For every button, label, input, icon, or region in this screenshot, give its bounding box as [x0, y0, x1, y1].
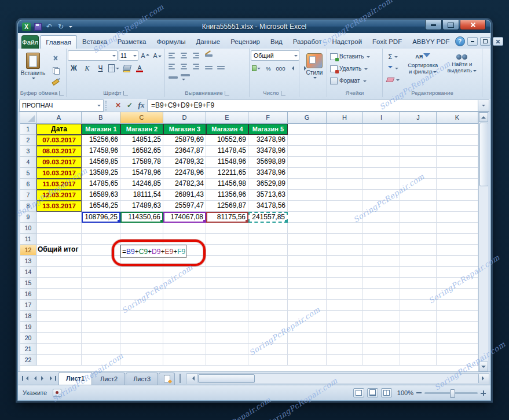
tab-Рецензир[interactable]: Рецензир	[225, 35, 265, 49]
zoom-slider[interactable]	[424, 392, 478, 394]
horizontal-scroll-thumb[interactable]	[198, 374, 255, 383]
percent-button[interactable]: %	[263, 63, 274, 73]
cell-F6[interactable]: 36529,89	[248, 179, 288, 190]
align-right-button[interactable]	[191, 61, 202, 71]
cell-E19[interactable]	[206, 322, 248, 333]
cell-A21[interactable]	[36, 344, 82, 355]
row-header-6[interactable]: 6	[20, 179, 36, 190]
formula-input[interactable]: =B9+C9+D9+E9+F9	[147, 100, 478, 112]
cell-C7[interactable]: 18111,54	[120, 190, 163, 201]
cell-F19[interactable]	[248, 322, 288, 333]
cell-F3[interactable]: 33478,96	[248, 146, 288, 157]
cell-J19[interactable]	[400, 322, 437, 333]
enter-icon[interactable]: ✓	[124, 100, 136, 111]
insert-function-icon[interactable]: fx	[136, 100, 147, 111]
cell-F7[interactable]: 35713,63	[248, 190, 288, 201]
cell-K10[interactable]	[437, 223, 478, 234]
cell-G13[interactable]	[288, 256, 327, 267]
cell-A17[interactable]	[36, 300, 82, 311]
cell-K15[interactable]	[437, 278, 478, 289]
cell-E21[interactable]	[206, 344, 248, 355]
normal-view-icon[interactable]	[353, 388, 364, 397]
cell-F9[interactable]: 241557,85	[248, 212, 288, 223]
row-header-22[interactable]: 22	[20, 355, 36, 366]
cell-C9[interactable]: 114350,66	[120, 212, 163, 223]
cell-B5[interactable]: 13589,25	[82, 168, 120, 179]
copy-button[interactable]	[49, 65, 63, 75]
dialog-launcher-icon[interactable]	[225, 91, 229, 95]
cell-D17[interactable]	[163, 300, 206, 311]
cell-J12[interactable]	[400, 245, 437, 256]
cell-A20[interactable]	[36, 333, 82, 344]
cell-I20[interactable]	[363, 333, 400, 344]
cell-J8[interactable]	[400, 201, 437, 212]
row-header-9[interactable]: 9	[20, 212, 36, 223]
comma-style-button[interactable]: 000	[275, 63, 286, 73]
cell-G7[interactable]	[288, 190, 327, 201]
cell-A12[interactable]: Общий итог	[36, 245, 82, 256]
cell-D15[interactable]	[163, 278, 206, 289]
cell-B3[interactable]: 17458,96	[82, 146, 120, 157]
cell-G21[interactable]	[288, 344, 327, 355]
row-header-20[interactable]: 20	[20, 333, 36, 344]
cell-I14[interactable]	[363, 267, 400, 278]
format-cells-button[interactable]: Формат	[328, 75, 381, 87]
row-header-5[interactable]: 5	[20, 168, 36, 179]
row-header-17[interactable]: 17	[20, 300, 36, 311]
cell-A18[interactable]	[36, 311, 82, 322]
cell-C22[interactable]	[120, 355, 163, 366]
tab-Разметка[interactable]: Разметка	[112, 35, 152, 49]
row-header-1[interactable]: 1	[20, 124, 36, 135]
cell-B7[interactable]: 16589,63	[82, 190, 120, 201]
cell-G14[interactable]	[288, 267, 327, 278]
cell-D10[interactable]	[163, 223, 206, 234]
column-header-C[interactable]: C	[120, 112, 163, 124]
font-size-select[interactable]: 11	[119, 50, 138, 61]
cell-J5[interactable]	[400, 168, 437, 179]
tab-Foxit PDF[interactable]: Foxit PDF	[367, 35, 407, 49]
tab-ABBYY PDF[interactable]: ABBYY PDF	[407, 35, 455, 49]
cell-B21[interactable]	[82, 344, 120, 355]
minimize-button[interactable]	[425, 20, 442, 30]
cell-J11[interactable]	[400, 234, 437, 245]
cell-I12[interactable]	[363, 245, 400, 256]
cell-H12[interactable]	[327, 245, 363, 256]
zoom-out-icon[interactable]	[416, 392, 422, 393]
bold-button[interactable]: Ж	[68, 62, 80, 74]
cell-H3[interactable]	[327, 146, 363, 157]
cell-E8[interactable]: 12569,87	[206, 201, 248, 212]
cell-F18[interactable]	[248, 311, 288, 322]
macro-record-icon[interactable]	[53, 389, 61, 397]
cell-H8[interactable]	[327, 201, 363, 212]
cell-F17[interactable]	[248, 300, 288, 311]
row-header-11[interactable]: 11	[20, 234, 36, 245]
cell-E15[interactable]	[206, 278, 248, 289]
cell-A1[interactable]: Дата	[36, 124, 82, 135]
help-icon[interactable]: ?	[455, 36, 465, 46]
clear-button[interactable]	[384, 75, 402, 85]
workbook-restore-button[interactable]	[480, 37, 490, 46]
cell-K20[interactable]	[437, 333, 478, 344]
cell-D19[interactable]	[163, 322, 206, 333]
cell-H15[interactable]	[327, 278, 363, 289]
cell-B15[interactable]	[82, 278, 120, 289]
underline-button[interactable]: Ч	[94, 62, 107, 74]
align-left-button[interactable]	[166, 61, 177, 71]
cell-G15[interactable]	[288, 278, 327, 289]
cell-D18[interactable]	[163, 311, 206, 322]
cell-B9[interactable]: 108796,25	[82, 212, 120, 223]
align-middle-button[interactable]	[178, 50, 189, 60]
next-sheet-icon[interactable]	[39, 374, 48, 383]
cell-C20[interactable]	[120, 333, 163, 344]
cell-E20[interactable]	[206, 333, 248, 344]
zoom-level[interactable]: 100%	[395, 389, 413, 396]
cell-I13[interactable]	[363, 256, 400, 267]
tab-Вид[interactable]: Вид	[265, 35, 288, 49]
row-header-21[interactable]: 21	[20, 344, 36, 355]
cell-K11[interactable]	[437, 234, 478, 245]
cell-B19[interactable]	[82, 322, 120, 333]
insert-worksheet-button[interactable]	[159, 373, 175, 385]
cell-I10[interactable]	[363, 223, 400, 234]
cell-I4[interactable]	[363, 157, 400, 168]
cell-A15[interactable]	[36, 278, 82, 289]
